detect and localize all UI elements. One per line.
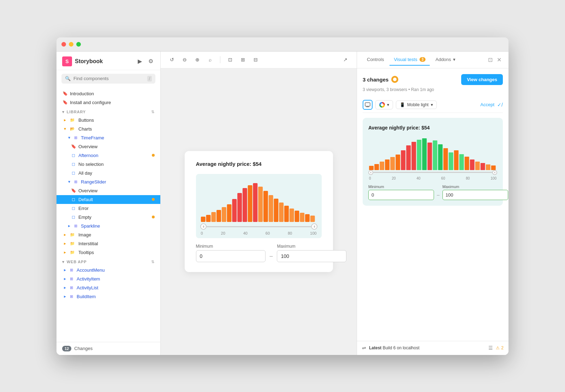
svg-rect-18 [295, 211, 299, 222]
tab-visual-tests[interactable]: Visual tests 3 [389, 54, 430, 66]
svg-rect-14 [274, 199, 278, 222]
viewport-dropdown[interactable]: 📱 Mobile light ▾ [396, 101, 437, 109]
sidebar-item-all-day[interactable]: ◻ All day [56, 169, 160, 177]
folder-icon: 📁 [70, 241, 75, 246]
sidebar-item-buttons[interactable]: ▸ 📁 Buttons [56, 116, 160, 125]
sidebar-item-tooltips[interactable]: ▸ 📁 Tooltips [56, 248, 160, 257]
device-icon-button[interactable] [363, 100, 373, 110]
chevron-down-icon: ▾ [62, 126, 68, 131]
toolbar: ↺ ⊖ ⊕ ⌕ ⊡ ⊞ ⊟ ↗ [161, 52, 357, 68]
section-sort-icon[interactable]: ⇅ [151, 260, 155, 264]
nav-label: Tooltips [78, 250, 155, 255]
svg-rect-15 [279, 203, 284, 222]
sidebar-item-image[interactable]: ▸ 📁 Image [56, 230, 160, 239]
sidebar-item-error[interactable]: ◻ Error [56, 204, 160, 213]
svg-rect-6 [232, 199, 237, 222]
panel-close-button[interactable]: ✕ [495, 55, 503, 65]
view-changes-button[interactable]: View changes [461, 74, 503, 85]
zoom-in-button[interactable]: ⊕ [192, 54, 203, 65]
sidebar-item-builditem[interactable]: ▸ ⊞ BuildItem [56, 292, 160, 301]
sidebar-item-activityitem[interactable]: ▸ ⊞ ActivityItem [56, 275, 160, 283]
sidebar-item-charts[interactable]: ▾ 📂 Charts [56, 125, 160, 133]
play-button[interactable]: ▶ [136, 56, 143, 66]
svg-rect-27 [385, 159, 389, 170]
story-icon: ◻ [71, 162, 76, 167]
nav-label: ActivityList [77, 285, 155, 290]
minimum-input[interactable] [196, 250, 266, 262]
chevron-down-icon: ▾ [387, 102, 389, 107]
svg-rect-41 [459, 154, 464, 170]
sidebar-item-sparkline[interactable]: ▸ ⊞ Sparkline [56, 222, 160, 230]
sidebar-item-rangeslider[interactable]: ▾ ⊞ RangeSlider [56, 177, 160, 186]
svg-rect-37 [438, 144, 443, 170]
mini-slider-track[interactable] [373, 172, 492, 173]
mini-range-slider[interactable]: ⏸ ⏸ [368, 170, 497, 175]
sidebar-item-timeframe[interactable]: ▾ ⊞ TimeFrame [56, 133, 160, 142]
sidebar-item-default[interactable]: ◻ Default [56, 195, 160, 204]
zoom-out-button[interactable]: ⊖ [179, 54, 190, 65]
close-button[interactable] [61, 42, 66, 47]
warnings-button[interactable]: ⚠ 2 [496, 345, 504, 350]
sidebar-item-empty[interactable]: ◻ Empty [56, 213, 160, 222]
viewport-button[interactable]: ⊡ [225, 54, 236, 65]
minimize-button[interactable] [69, 42, 73, 47]
panel-expand-button[interactable]: ⊡ [487, 55, 494, 65]
mini-slider-handle-right[interactable]: ⏸ [492, 170, 497, 175]
section-toggle-icon[interactable]: ▾ [62, 260, 65, 264]
search-input[interactable] [73, 76, 144, 81]
tab-addons[interactable]: Addons ▾ [431, 54, 460, 66]
sidebar-actions: ▶ ⚙ [136, 56, 155, 66]
chevron-right-icon: ▸ [62, 232, 68, 237]
grid-button[interactable]: ⊞ [237, 54, 249, 65]
slider-handle-right[interactable]: ⏸ [311, 223, 317, 230]
x-axis-label: 100 [490, 176, 496, 180]
sidebar-item-overview-tf[interactable]: 🔖 Overview [56, 142, 160, 151]
svg-rect-20 [305, 214, 309, 222]
section-sort-icon[interactable]: ⇅ [151, 110, 155, 114]
list-button[interactable]: ☰ [488, 345, 493, 351]
maximize-button[interactable] [76, 42, 81, 47]
change-indicator [152, 154, 155, 157]
search-box[interactable]: 🔍 / [61, 74, 155, 84]
sidebar-item-introduction[interactable]: 🔖 Introduction [56, 89, 160, 98]
build-label: Latest [369, 345, 381, 350]
sidebar-item-accountmenu[interactable]: ▸ ⊞ AccountMenu [56, 266, 160, 275]
chevron-right-icon: ▸ [62, 267, 68, 272]
right-panel: Controls Visual tests 3 Addons ▾ ⊡ ✕ [357, 52, 509, 355]
external-link-button[interactable]: ↗ [340, 54, 351, 65]
slider-track[interactable] [207, 226, 311, 227]
range-slider[interactable]: ⏸ ⏸ [200, 223, 317, 230]
mini-minimum-input[interactable] [368, 190, 434, 200]
mini-slider-handle-left[interactable]: ⏸ [368, 170, 373, 175]
sidebar-item-overview-rs[interactable]: 🔖 Overview [56, 186, 160, 195]
settings-button[interactable]: ⚙ [147, 56, 155, 66]
reload-button[interactable]: ↺ [166, 54, 178, 65]
folder-open-icon: 📂 [70, 127, 75, 131]
mini-input-dash: – [437, 192, 440, 198]
svg-rect-0 [201, 217, 205, 222]
accept-button[interactable]: Accept [480, 102, 494, 107]
outline-button[interactable]: ⊟ [250, 54, 261, 65]
x-axis-label: 60 [266, 231, 270, 235]
story-icon: ◻ [71, 215, 76, 219]
zoom-reset-button[interactable]: ⌕ [204, 54, 216, 65]
changes-bar[interactable]: 12 Changes [56, 342, 160, 355]
chart-inputs: Minimum – Maximum [196, 244, 322, 262]
chart-container: ⏸ ⏸ 0 20 40 60 [196, 174, 322, 238]
section-toggle-icon[interactable]: ▾ [62, 110, 65, 114]
sidebar-item-afternoon[interactable]: ◻ Afternoon [56, 151, 160, 160]
mini-maximum-input[interactable] [442, 190, 508, 200]
library-section-header: ▾ LIBRARY ⇅ [56, 107, 160, 116]
sidebar-item-activitylist[interactable]: ▸ ⊞ ActivityList [56, 283, 160, 292]
tab-controls[interactable]: Controls [363, 54, 388, 66]
svg-rect-45 [481, 163, 485, 170]
sidebar-item-no-selection[interactable]: ◻ No selection [56, 160, 160, 169]
chart-title: Average nightly price: $54 [196, 161, 322, 167]
nav-label: Overview [78, 144, 155, 149]
maximum-input[interactable] [277, 250, 346, 262]
sidebar-item-interstitial[interactable]: ▸ 📁 Interstitial [56, 239, 160, 248]
browser-dropdown[interactable]: ▾ [375, 100, 393, 109]
sidebar-item-install[interactable]: 🔖 Install and configure [56, 98, 160, 107]
slider-handle-left[interactable]: ⏸ [200, 223, 207, 230]
section-label: WEB APP [67, 260, 87, 264]
